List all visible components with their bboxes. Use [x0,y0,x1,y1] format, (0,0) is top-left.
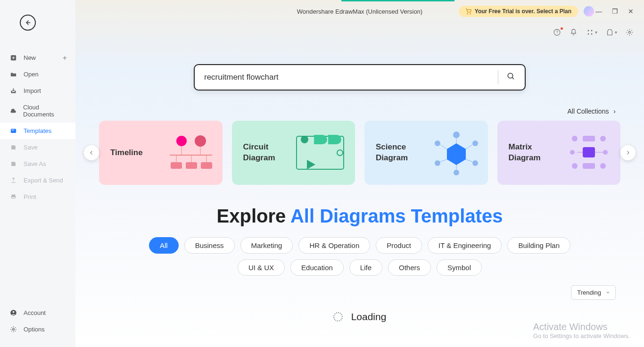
svg-point-16 [195,135,206,147]
svg-point-26 [301,136,308,143]
settings-icon[interactable] [626,28,634,36]
sidebar-item-label: New [24,54,36,61]
plus-square-icon [9,54,17,61]
cloud-icon [9,107,17,115]
sidebar-item-label: Export & Send [24,177,63,184]
svg-point-5 [12,329,14,330]
sidebar-item-import[interactable]: Import [0,83,75,99]
loading-indicator: Loading [94,311,625,322]
sidebar-item-account[interactable]: Account [0,305,75,321]
secondary-toolbar: ? ▾ ▾ [75,23,644,41]
sidebar-item-cloud[interactable]: Cloud Documents [0,99,75,123]
svg-point-4 [12,311,14,313]
card-label: Circuit Diagram [243,142,295,164]
svg-line-40 [440,145,447,149]
all-collections-link[interactable]: All Collections › [94,107,616,115]
chevron-right-icon: › [613,107,616,115]
pill-business[interactable]: Business [184,237,235,254]
svg-point-42 [572,136,578,141]
svg-point-46 [603,150,608,155]
explore-heading: Explore All Diagrams Templates [94,206,625,227]
sidebar-item-label: Save [24,144,38,151]
svg-point-10 [588,33,589,34]
svg-point-49 [600,163,606,169]
sidebar-item-options[interactable]: Options [0,321,75,338]
svg-rect-43 [583,136,595,141]
folder-icon [9,71,17,78]
svg-marker-28 [447,143,466,165]
pill-life[interactable]: Life [349,259,382,276]
divider [498,70,498,84]
pill-symbol[interactable]: Symbol [437,259,482,276]
theme-icon[interactable]: ▾ [606,28,617,36]
carousel-prev-button[interactable] [84,145,99,160]
save-icon [9,144,17,151]
saveas-icon [9,160,17,167]
templates-icon [9,127,17,134]
trial-badge[interactable]: Your Free Trial is over. Select a Plan [459,6,578,17]
search-icon [507,72,515,81]
explore-prefix: Explore [217,206,290,226]
card-label: Science Diagram [376,142,428,164]
pill-marketing[interactable]: Marketing [240,237,293,254]
pill-all[interactable]: All [149,237,179,254]
svg-point-9 [591,30,593,31]
category-pills: All Business Marketing HR & Operation Pr… [94,237,625,276]
svg-rect-20 [186,162,197,169]
card-science[interactable]: Science Diagram [364,121,488,185]
apps-icon[interactable]: ▾ [586,28,597,36]
minimize-button[interactable]: — [595,8,603,15]
svg-rect-19 [171,162,182,169]
search-button[interactable] [507,72,515,83]
sidebar-item-open[interactable]: Open [0,66,75,83]
pill-hr[interactable]: HR & Operation [298,237,370,254]
close-button[interactable]: ✕ [627,8,635,15]
sidebar-item-new[interactable]: New + [0,50,75,66]
loading-text: Loading [351,311,387,322]
windows-watermark: Activate Windows Go to Settings to activ… [533,322,630,339]
svg-point-44 [600,136,606,141]
svg-point-11 [591,33,593,34]
pill-education[interactable]: Education [290,259,344,276]
all-collections-label: All Collections [568,107,609,115]
watermark-sub: Go to Settings to activate Windows. [533,332,630,339]
search-input[interactable] [204,73,489,82]
sidebar-item-label: Cloud Documents [23,104,66,118]
pill-others[interactable]: Others [388,259,431,276]
card-matrix[interactable]: Matrix Diagram [497,121,621,185]
sidebar-item-print: Print [0,189,75,205]
avatar[interactable] [584,6,594,17]
sort-select[interactable]: Trending [571,285,616,300]
help-icon[interactable]: ? [553,28,561,36]
svg-point-45 [570,150,575,155]
card-timeline[interactable]: Timeline [99,121,223,185]
sort-selected: Trending [577,289,601,296]
pill-it[interactable]: IT & Engineering [428,237,502,254]
card-circuit[interactable]: Circuit Diagram [232,121,355,185]
pill-building[interactable]: Building Plan [507,237,570,254]
circuit-graphic-icon [293,129,349,176]
arrow-left-icon [24,18,32,27]
svg-line-39 [440,159,447,162]
pill-uiux[interactable]: UI & UX [238,259,285,276]
maximize-button[interactable]: ❐ [611,8,619,15]
svg-line-37 [466,159,472,162]
svg-point-34 [435,140,440,146]
add-icon[interactable]: + [63,54,67,62]
bell-icon[interactable] [570,28,578,36]
svg-point-32 [454,170,459,175]
back-button[interactable] [20,15,36,31]
sidebar-item-templates[interactable]: Templates [0,123,75,139]
export-icon [9,177,17,184]
svg-point-47 [572,163,578,169]
app-title: Wondershare EdrawMax (Unlicensed Version… [297,8,422,15]
timeline-graphic-icon [165,129,217,176]
pill-product[interactable]: Product [376,237,422,254]
svg-rect-48 [583,163,595,169]
sidebar-item-saveas: Save As [0,156,75,172]
carousel-next-button[interactable] [620,145,636,160]
import-icon [9,87,17,94]
search-box [194,64,526,91]
science-graphic-icon [430,129,482,176]
cart-icon [465,8,472,15]
